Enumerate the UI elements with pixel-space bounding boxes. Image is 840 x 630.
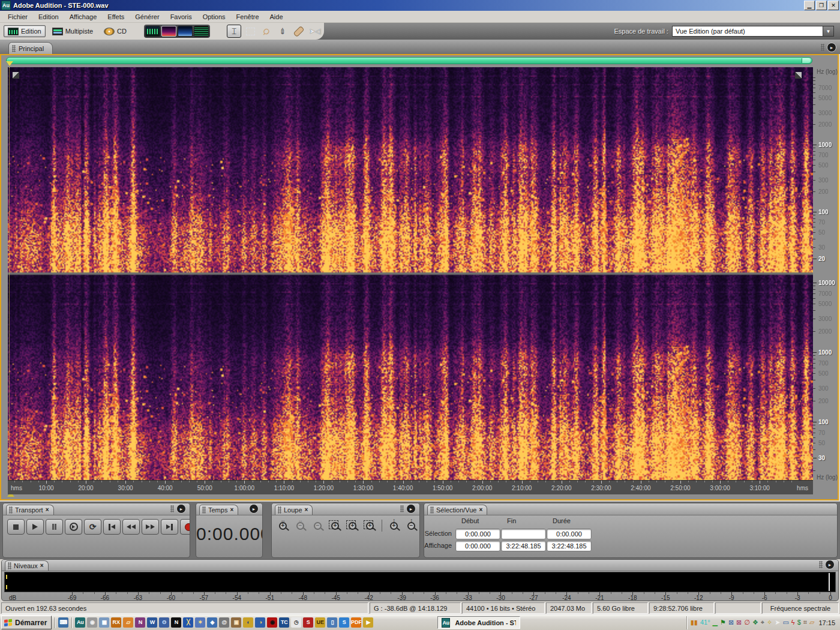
keyboard-icon[interactable]: ⌨ (58, 617, 68, 628)
word-icon[interactable]: W (147, 617, 157, 628)
scrollbar-end-cap[interactable] (802, 58, 811, 63)
play-from-cursor-button[interactable] (65, 519, 82, 535)
eye-icon[interactable]: ◉ (267, 617, 277, 628)
temps-tab[interactable]: Temps × (199, 505, 238, 515)
record-button[interactable] (180, 519, 190, 535)
folder-tray-icon[interactable]: ▱ (809, 619, 814, 626)
network-error-icon[interactable]: ⊠ (728, 619, 734, 626)
spark-tray-icon[interactable]: ✧ (767, 619, 772, 626)
go-to-end-button[interactable] (161, 519, 178, 535)
tab-principal[interactable]: Principal (8, 42, 53, 54)
burst-icon[interactable]: ✶ (195, 617, 205, 628)
time-selection-tool-button[interactable]: ⌶ (227, 25, 241, 38)
network-error2-icon[interactable]: ⊠ (736, 619, 742, 626)
minimized-app-icon[interactable]: ▁ (713, 619, 718, 626)
loop-play-button[interactable]: ⟳ (84, 519, 101, 535)
playhead-marker-top[interactable] (6, 61, 13, 66)
currency-tray-icon[interactable]: $ (797, 619, 801, 626)
skype-icon[interactable]: S (339, 617, 349, 628)
panel-menu-button[interactable]: ► (406, 504, 416, 514)
pdf-icon[interactable]: PDF (351, 617, 361, 628)
cd-mode-button[interactable]: CD (100, 25, 131, 37)
stop-button[interactable] (7, 519, 25, 535)
horizontal-scrollbar[interactable] (6, 57, 812, 64)
selection-vue-tab[interactable]: Sélection/Vue × (427, 505, 487, 515)
frequency-ruler[interactable]: 2030507010020030050070010002000300050007… (813, 67, 839, 494)
effects-paintbrush-tool-button[interactable]: ✐ (275, 25, 290, 38)
sélection-début-field[interactable]: 0:00.000 (455, 529, 500, 539)
menu-generer[interactable]: Générer (130, 11, 164, 22)
menu-edition[interactable]: Edition (33, 11, 64, 22)
zoom-in-vertical-button[interactable]: ↕+ (386, 519, 401, 532)
close-icon[interactable]: × (46, 507, 49, 513)
transport-tab[interactable]: Transport × (6, 505, 54, 515)
fast-forward-button[interactable] (142, 519, 159, 535)
folder-icon[interactable]: ▱ (123, 617, 133, 628)
title-bar[interactable]: Au Adobe Audition - STE-000.wav ▁ ❐ ✕ (0, 0, 840, 11)
zoom-out-vertical-button[interactable]: ↕− (404, 519, 419, 532)
pause-button[interactable] (46, 519, 63, 535)
spectrogram-canvas[interactable] (8, 67, 813, 480)
chevron-down-icon[interactable]: ▼ (823, 26, 833, 36)
close-icon[interactable]: × (230, 507, 233, 513)
globe-icon[interactable]: ◐ (243, 617, 253, 628)
sélection-durée-field[interactable]: 0:00.000 (547, 529, 592, 539)
loupe-tab[interactable]: Loupe × (275, 505, 313, 515)
sbp-icon[interactable]: S (303, 617, 313, 628)
rewind-button[interactable] (122, 519, 140, 535)
close-icon[interactable]: × (40, 563, 44, 569)
spectral-pan-view-button[interactable] (178, 26, 193, 37)
menu-fenetre[interactable]: Fenêtre (231, 11, 265, 22)
start-button[interactable]: Démarrer (1, 616, 52, 629)
marquee-selection-tool-button[interactable] (243, 25, 257, 38)
temperature-tray-text[interactable]: 41° (700, 619, 710, 626)
display-tray-icon[interactable]: ▭ (782, 619, 788, 626)
close-icon[interactable]: × (479, 507, 482, 513)
task-button-audition[interactable]: Au Adobe Audition - STE-... (437, 616, 520, 629)
zoom-out-horizontal-button[interactable]: ↔− (293, 519, 308, 532)
multipiste-mode-button[interactable]: Multipiste (48, 25, 97, 37)
close-icon[interactable]: × (305, 507, 308, 513)
power-tray-icon[interactable]: ϟ (791, 619, 795, 626)
blocked-tray-icon[interactable]: ∅ (744, 619, 750, 626)
time-ruler[interactable]: hmshms10:0020:0030:0040:0050:001:00:001:… (8, 480, 813, 494)
waveform-view-button[interactable] (145, 26, 160, 37)
zoom-out-full-button[interactable]: − (310, 519, 325, 532)
globe2-icon[interactable]: ◑ (255, 617, 265, 628)
wand-icon[interactable]: ╳ (183, 617, 193, 628)
menu-favoris[interactable]: Favoris (165, 11, 197, 22)
diamond-icon[interactable]: ◈ (207, 617, 217, 628)
menu-aide[interactable]: Aide (265, 11, 289, 22)
onenote-icon[interactable]: N (135, 617, 145, 628)
panel-menu-button[interactable]: ► (176, 504, 186, 514)
pen-tray-icon[interactable]: ⌗ (803, 619, 807, 626)
spot-healing-tool-button[interactable] (292, 25, 306, 38)
clock-icon[interactable]: ◷ (291, 617, 301, 628)
mouse-tray-icon[interactable]: ⌖ (761, 619, 764, 626)
panel-menu-button[interactable]: ► (827, 43, 836, 52)
minimize-button[interactable]: ▁ (804, 1, 815, 10)
rx-icon[interactable]: RX (111, 617, 121, 628)
close-button[interactable]: ✕ (828, 1, 839, 10)
spectral-phase-view-button[interactable] (194, 26, 209, 37)
calculator-icon[interactable]: ▦ (99, 617, 109, 628)
level-meter[interactable] (4, 572, 836, 592)
workspace-dropdown[interactable]: Vue Edition (par défaut) ▼ (672, 26, 834, 37)
zoom-in-right-edge-button[interactable]: + (362, 519, 377, 532)
restore-button[interactable]: ❐ (816, 1, 827, 10)
sélection-fin-field[interactable] (501, 529, 546, 539)
menu-affichage[interactable]: Affichage (64, 11, 103, 22)
panel-menu-button[interactable]: ► (825, 560, 835, 569)
affichage-début-field[interactable]: 0:00.000 (455, 541, 500, 551)
pc-icon[interactable]: ▯ (327, 617, 337, 628)
menu-options[interactable]: Options (197, 11, 231, 22)
menu-effets[interactable]: Effets (102, 11, 130, 22)
edition-mode-button[interactable]: Edition (4, 25, 46, 37)
flag-tray-icon[interactable]: ⚑ (720, 619, 726, 626)
spiral-icon[interactable]: @ (219, 617, 229, 628)
audition-icon[interactable]: Au (75, 617, 85, 628)
go-to-start-button[interactable] (103, 519, 121, 535)
zoom-to-selection-button[interactable]: + (328, 519, 343, 532)
selection-handle-top-right[interactable] (795, 72, 802, 79)
selection-handle-top-left[interactable] (13, 72, 19, 79)
